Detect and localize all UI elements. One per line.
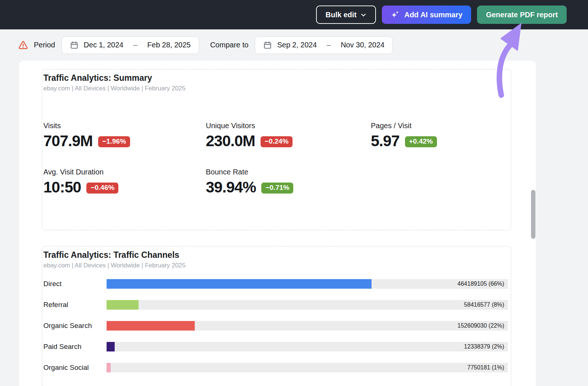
bar-row-organic-social: Organic Social 7750181 (1%) bbox=[43, 363, 508, 372]
metric-label: Unique Visitors bbox=[206, 122, 371, 130]
bar-label: Paid Search bbox=[43, 343, 107, 351]
metric-value: 230.0M bbox=[206, 133, 255, 149]
bar-track: 58416577 (8%) bbox=[107, 300, 508, 310]
bar-value: 58416577 (8%) bbox=[464, 300, 504, 310]
period-start-date: Dec 1, 2024 bbox=[84, 41, 123, 49]
bar-fill bbox=[107, 342, 115, 351]
bar-value: 12338379 (2%) bbox=[464, 342, 504, 351]
bar-value: 7750181 (1%) bbox=[467, 363, 504, 372]
change-badge: −0.71% bbox=[261, 183, 293, 194]
compare-daterange-picker[interactable]: Sep 2, 2024 – Nov 30, 2024 bbox=[255, 36, 393, 54]
compare-end-date: Nov 30, 2024 bbox=[341, 41, 384, 49]
bar-value: 152609030 (22%) bbox=[458, 321, 504, 331]
calendar-icon bbox=[70, 41, 79, 50]
period-end-date: Feb 28, 2025 bbox=[147, 41, 191, 49]
widget-traffic-summary[interactable]: Traffic Analytics: Summary ebay.com | Al… bbox=[42, 69, 511, 230]
bulk-edit-button[interactable]: Bulk edit bbox=[316, 6, 376, 24]
widget-subtitle: ebay.com | All Devices | Worldwide | Feb… bbox=[43, 262, 508, 269]
widget-title: Traffic Analytics: Traffic Channels bbox=[43, 249, 508, 260]
widget-title: Traffic Analytics: Summary bbox=[43, 72, 508, 83]
bar-fill bbox=[107, 300, 139, 310]
bulk-edit-label: Bulk edit bbox=[326, 11, 356, 19]
metric-value: 707.9M bbox=[43, 133, 93, 149]
period-label: Period bbox=[34, 41, 55, 49]
bar-row-direct: Direct 464189105 (66%) bbox=[43, 279, 508, 289]
change-badge: −1.96% bbox=[98, 136, 130, 147]
sparkles-icon bbox=[391, 10, 400, 19]
generate-pdf-report-button[interactable]: Generate PDF report bbox=[477, 6, 567, 24]
metric-label: Visits bbox=[43, 122, 206, 130]
add-ai-summary-button[interactable]: Add AI summary bbox=[382, 6, 471, 24]
metrics-row-1: Visits 707.9M −1.96% Unique Visitors 230… bbox=[43, 122, 508, 149]
metric-value: 39.94% bbox=[206, 180, 256, 195]
metric-avg-visit-duration: Avg. Visit Duration 10:50 −0.46% bbox=[43, 168, 206, 195]
metrics-row-2: Avg. Visit Duration 10:50 −0.46% Bounce … bbox=[43, 168, 508, 195]
compare-to-label: Compare to bbox=[210, 41, 249, 49]
channel-bar-chart: Direct 464189105 (66%) Referral 58416577… bbox=[43, 279, 508, 372]
bar-label: Organic Search bbox=[43, 322, 107, 330]
bar-value: 464189105 (66%) bbox=[458, 279, 504, 289]
calendar-icon bbox=[263, 41, 272, 50]
change-badge: −0.46% bbox=[86, 183, 118, 194]
metric-label: Bounce Rate bbox=[206, 168, 371, 176]
add-ai-summary-label: Add AI summary bbox=[404, 11, 462, 19]
bar-row-referral: Referral 58416577 (8%) bbox=[43, 300, 508, 310]
range-separator: – bbox=[133, 41, 137, 49]
metric-label: Pages / Visit bbox=[371, 122, 508, 130]
compare-start-date: Sep 2, 2024 bbox=[277, 41, 317, 49]
bar-track: 464189105 (66%) bbox=[107, 279, 508, 289]
metric-value: 5.97 bbox=[371, 133, 399, 149]
chevron-down-icon bbox=[361, 12, 366, 18]
bar-row-paid-search: Paid Search 12338379 (2%) bbox=[43, 342, 508, 351]
bar-fill bbox=[107, 279, 372, 289]
change-badge: −0.24% bbox=[261, 136, 293, 147]
period-daterange-picker[interactable]: Dec 1, 2024 – Feb 28, 2025 bbox=[61, 36, 199, 54]
metric-bounce-rate: Bounce Rate 39.94% −0.71% bbox=[206, 168, 371, 195]
topbar: Bulk edit Add AI summary Generate PDF re… bbox=[0, 0, 588, 29]
vertical-scrollbar-thumb[interactable] bbox=[531, 190, 535, 239]
widget-subtitle: ebay.com | All Devices | Worldwide | Feb… bbox=[43, 85, 508, 92]
widget-traffic-channels[interactable]: Traffic Analytics: Traffic Channels ebay… bbox=[42, 246, 511, 386]
bar-track: 12338379 (2%) bbox=[107, 342, 508, 351]
bar-fill bbox=[107, 321, 195, 331]
metric-pages-per-visit: Pages / Visit 5.97 +0.42% bbox=[371, 122, 508, 149]
bar-label: Organic Social bbox=[43, 364, 107, 372]
range-separator: – bbox=[327, 41, 331, 49]
period-bar: Period Dec 1, 2024 – Feb 28, 2025 Compar… bbox=[0, 29, 588, 61]
metric-value: 10:50 bbox=[43, 180, 81, 195]
warning-icon[interactable] bbox=[18, 40, 29, 50]
bar-fill bbox=[107, 363, 111, 372]
bar-track: 7750181 (1%) bbox=[107, 363, 508, 372]
report-builder-page: { "topbar": { "bulk_edit_label": "Bulk e… bbox=[0, 0, 588, 386]
metric-label: Avg. Visit Duration bbox=[43, 168, 206, 176]
generate-pdf-report-label: Generate PDF report bbox=[486, 11, 558, 19]
bar-track: 152609030 (22%) bbox=[107, 321, 508, 331]
metric-visits: Visits 707.9M −1.96% bbox=[43, 122, 206, 149]
bar-row-organic-search: Organic Search 152609030 (22%) bbox=[43, 321, 508, 331]
bar-label: Direct bbox=[43, 280, 107, 288]
metric-unique-visitors: Unique Visitors 230.0M −0.24% bbox=[206, 122, 371, 149]
bar-label: Referral bbox=[43, 301, 107, 309]
change-badge: +0.42% bbox=[405, 136, 437, 147]
